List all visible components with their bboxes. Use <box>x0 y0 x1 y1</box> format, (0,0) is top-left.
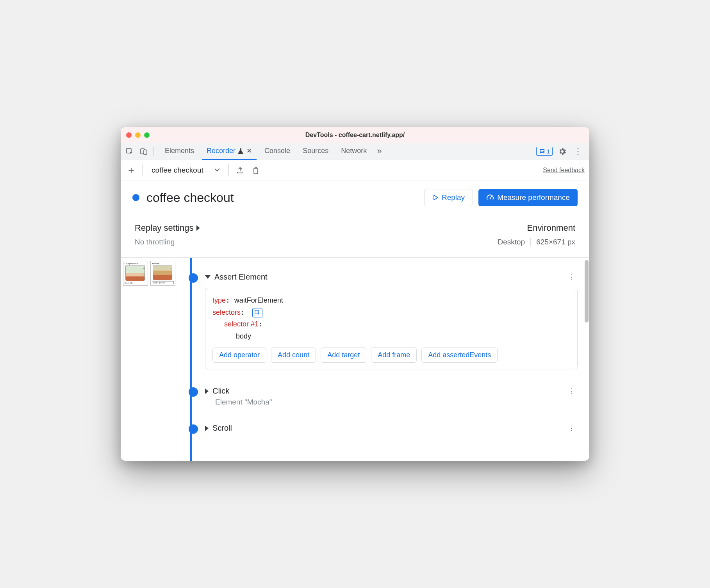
separator <box>530 238 531 246</box>
add-asserted-events-button[interactable]: Add assertedEvents <box>421 347 498 363</box>
tab-sources[interactable]: Sources <box>298 143 333 160</box>
recording-title: coffee checkout <box>146 191 424 205</box>
tab-console[interactable]: Console <box>260 143 295 160</box>
environment-device: Desktop <box>498 238 525 246</box>
tab-overflow[interactable]: » <box>375 143 384 160</box>
code-value[interactable]: body <box>236 332 251 340</box>
messages-count: 1 <box>547 148 550 155</box>
step-dot <box>189 387 198 397</box>
chevron-down-icon[interactable] <box>205 275 211 279</box>
svg-rect-3 <box>541 150 544 151</box>
screenshot-thumb[interactable]: Mocha Total: $0.00 <box>150 261 175 286</box>
step-assert-element: Assert Element ⋮ type: waitForElement se… <box>186 272 578 369</box>
message-icon <box>539 148 545 155</box>
chevron-right-icon <box>196 225 200 231</box>
environment-title: Environment <box>498 223 575 233</box>
chevron-right-icon[interactable] <box>205 426 209 431</box>
measure-performance-button[interactable]: Measure performance <box>478 189 578 206</box>
step-title: Click <box>212 387 229 396</box>
tab-elements[interactable]: Elements <box>160 143 199 160</box>
separator <box>228 164 229 176</box>
svg-rect-4 <box>541 151 543 151</box>
tab-recorder[interactable]: Recorder ✕ <box>202 143 257 160</box>
chevron-right-icon[interactable] <box>205 388 209 394</box>
delete-icon[interactable] <box>250 164 262 176</box>
send-feedback-link[interactable]: Send feedback <box>543 167 585 174</box>
device-toolbar-icon[interactable] <box>138 146 150 157</box>
settings-gear-icon[interactable] <box>557 146 568 157</box>
timeline: Assert Element ⋮ type: waitForElement se… <box>183 258 589 461</box>
minimize-window-button[interactable] <box>135 132 141 138</box>
throttling-value: No throttling <box>135 238 498 246</box>
thumb-caption: Total: $0.00 <box>152 281 174 284</box>
code-key: selectors <box>212 308 241 316</box>
step-scroll: Scroll ⋮ <box>186 423 578 433</box>
step-details: type: waitForElement selectors: selector… <box>205 288 578 369</box>
export-icon[interactable] <box>234 164 246 176</box>
window-title: DevTools - coffee-cart.netlify.app/ <box>121 132 589 139</box>
window-titlebar: DevTools - coffee-cart.netlify.app/ <box>121 127 589 143</box>
step-dot <box>189 273 198 283</box>
new-recording-button[interactable]: ＋ <box>125 164 137 176</box>
replay-button[interactable]: Replay <box>424 189 473 206</box>
svg-rect-2 <box>144 150 147 155</box>
code-key: selector #1 <box>224 320 259 328</box>
step-title: Scroll <box>212 424 232 433</box>
more-vert-icon[interactable]: ⋮ <box>572 146 584 157</box>
recording-header: coffee checkout Replay Measure performan… <box>121 180 589 215</box>
tab-network[interactable]: Network <box>336 143 371 160</box>
traffic-lights <box>126 132 150 138</box>
step-subtitle: Element "Mocha" <box>215 398 578 406</box>
inspect-element-icon[interactable] <box>124 146 136 157</box>
recorder-toolbar: ＋ coffee checkout Send feedback <box>121 160 589 180</box>
step-title: Assert Element <box>214 273 268 282</box>
play-icon <box>432 194 439 201</box>
screenshot-thumbnails: Cappuccino Cart (0) Mocha Total: $0.00 <box>121 258 183 461</box>
recording-selector[interactable]: coffee checkout <box>148 164 223 176</box>
recording-name: coffee checkout <box>152 166 203 175</box>
close-window-button[interactable] <box>126 132 132 138</box>
add-count-button[interactable]: Add count <box>271 347 316 363</box>
code-value: waitForElement <box>234 296 283 304</box>
replay-settings-toggle[interactable]: Replay settings <box>135 223 498 233</box>
devtools-window: DevTools - coffee-cart.netlify.app/ Elem… <box>121 127 589 461</box>
step-click: Click ⋮ Element "Mocha" <box>186 386 578 406</box>
recorder-content: Cappuccino Cart (0) Mocha Total: $0.00 <box>121 258 589 461</box>
separator <box>153 147 154 156</box>
screenshot-thumb[interactable]: Cappuccino Cart (0) <box>123 261 148 286</box>
close-tab-icon[interactable]: ✕ <box>246 147 252 155</box>
messages-badge[interactable]: 1 <box>536 147 553 156</box>
add-frame-button[interactable]: Add frame <box>371 347 417 363</box>
thumb-label: Mocha <box>152 262 174 265</box>
thumb-label: Cappuccino <box>125 262 146 265</box>
selector-picker-icon[interactable] <box>252 308 262 317</box>
settings-row: Replay settings No throttling Environmen… <box>121 215 589 258</box>
step-menu-icon[interactable]: ⋮ <box>565 386 578 396</box>
panel-tabs: Elements Recorder ✕ Console Sources Netw… <box>160 143 534 160</box>
separator <box>143 164 143 176</box>
gauge-icon <box>486 194 494 201</box>
svg-point-5 <box>490 198 491 200</box>
environment-dimensions: 625×671 px <box>536 238 575 246</box>
step-menu-icon[interactable]: ⋮ <box>565 272 578 282</box>
step-dot <box>189 424 198 434</box>
recording-status-dot <box>132 194 139 201</box>
code-key: type <box>212 296 226 304</box>
maximize-window-button[interactable] <box>144 132 150 138</box>
flask-icon <box>238 148 243 154</box>
step-menu-icon[interactable]: ⋮ <box>565 423 578 433</box>
thumb-caption: Cart (0) <box>125 282 146 284</box>
add-target-button[interactable]: Add target <box>321 347 366 363</box>
devtools-tabbar: Elements Recorder ✕ Console Sources Netw… <box>121 143 589 160</box>
add-operator-button[interactable]: Add operator <box>212 347 266 363</box>
chevron-down-icon <box>214 168 220 172</box>
